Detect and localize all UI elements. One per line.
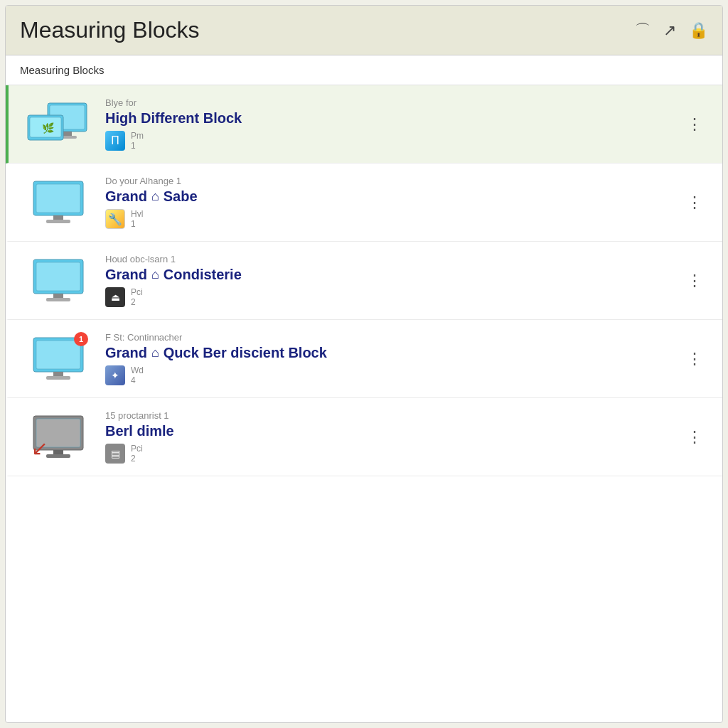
svg-rect-17 — [53, 372, 63, 376]
item-subtitle: Blye for — [105, 97, 681, 108]
svg-rect-16 — [36, 341, 80, 369]
item-subtitle: 15 proctanrist 1 — [105, 410, 681, 421]
more-options-button[interactable]: ⋮ — [681, 422, 708, 452]
maximize-icon[interactable]: ↗ — [663, 21, 676, 40]
item-content: Houd obc-lsarn 1 Grand ⌂ Condisterie ⏏ P… — [94, 254, 681, 308]
item-icon-area — [23, 174, 94, 231]
item-subtitle: F St: Continnacher — [105, 332, 681, 343]
list-item[interactable]: Houd obc-lsarn 1 Grand ⌂ Condisterie ⏏ P… — [6, 242, 722, 320]
item-icon-area — [23, 252, 94, 309]
sub-icon: ⏏ — [105, 287, 125, 307]
item-icon-area: ↙ — [23, 409, 94, 466]
item-content: Blye for High Different Block П Pm 1 — [94, 97, 681, 151]
svg-rect-8 — [36, 184, 80, 213]
svg-rect-14 — [46, 298, 70, 301]
home-icon: ⌂ — [151, 346, 159, 360]
svg-rect-18 — [46, 376, 70, 380]
item-icon-area: 1 — [23, 331, 94, 387]
app-window: Measuring Blocks ⌒ ↗ 🔒 Measuring Blocks — [5, 5, 723, 723]
title-bar: Measuring Blocks ⌒ ↗ 🔒 — [6, 6, 722, 55]
page-title: Measuring Blocks — [20, 17, 200, 43]
svg-rect-22 — [46, 454, 70, 458]
sub-label: Pci 2 — [131, 444, 143, 464]
item-title: Grand ⌂ Sabe — [105, 188, 681, 205]
svg-rect-13 — [53, 294, 63, 298]
item-content: 15 proctanrist 1 Berl dimle ▤ Pci 2 — [94, 410, 681, 464]
svg-text:🌿: 🌿 — [42, 122, 55, 134]
computer-svg — [26, 256, 90, 306]
sub-icon: ✦ — [105, 365, 125, 385]
computer-svg — [26, 178, 90, 228]
item-subtitle: Houd obc-lsarn 1 — [105, 254, 681, 264]
item-content: F St: Continnacher Grand ⌂ Quck Ber disc… — [94, 332, 681, 386]
more-options-button[interactable]: ⋮ — [681, 344, 708, 374]
item-title: Grand ⌂ Quck Ber discient Block — [105, 345, 681, 361]
item-title: Grand ⌂ Condisterie — [105, 267, 681, 283]
item-sub-row: ⏏ Pci 2 — [105, 287, 681, 308]
list-item[interactable]: 1 F St: Continnacher Grand ⌂ Quck Ber di… — [6, 320, 722, 398]
title-bar-icons: ⌒ ↗ 🔒 — [635, 20, 708, 41]
sub-icon: П — [105, 131, 125, 151]
section-header: Measuring Blocks — [6, 55, 722, 85]
sub-label: Pci 2 — [131, 287, 143, 308]
home-icon: ⌂ — [151, 267, 159, 282]
list-item[interactable]: 🌿 Blye for High Different Block П Pm 1 — [6, 85, 722, 164]
computer-svg: 🌿 — [26, 100, 90, 149]
item-title: High Different Block — [105, 110, 681, 127]
svg-rect-12 — [36, 262, 80, 291]
more-options-button[interactable]: ⋮ — [681, 266, 708, 296]
sub-label: Pm 1 — [131, 131, 144, 151]
item-sub-row: ▤ Pci 2 — [105, 444, 681, 464]
item-sub-row: ✦ Wd 4 — [105, 365, 681, 386]
minimize-icon[interactable]: ⌒ — [635, 20, 651, 41]
item-sub-row: 🔧 Hvl 1 — [105, 209, 681, 230]
sub-label: Hvl 1 — [131, 209, 143, 230]
svg-rect-21 — [53, 450, 63, 454]
sub-label: Wd 4 — [131, 365, 144, 386]
item-icon-area: 🌿 — [23, 96, 94, 153]
svg-rect-9 — [53, 215, 63, 220]
sub-icon: 🔧 — [105, 209, 125, 229]
svg-rect-10 — [46, 220, 70, 223]
item-subtitle: Do your Alhange 1 — [105, 176, 681, 186]
home-icon: ⌂ — [151, 189, 159, 204]
svg-rect-2 — [63, 132, 72, 136]
item-content: Do your Alhange 1 Grand ⌂ Sabe 🔧 Hvl 1 — [94, 176, 681, 230]
notification-badge: 1 — [74, 332, 88, 346]
list-item[interactable]: Do your Alhange 1 Grand ⌂ Sabe 🔧 Hvl 1 — [6, 164, 722, 242]
list-item[interactable]: ↙ 15 proctanrist 1 Berl dimle ▤ Pci 2 — [6, 398, 722, 476]
item-title: Berl dimle — [105, 423, 681, 439]
sub-icon: ▤ — [105, 444, 125, 464]
item-sub-row: П Pm 1 — [105, 131, 681, 151]
arrow-down-left-icon: ↙ — [31, 437, 48, 460]
more-options-button[interactable]: ⋮ — [681, 188, 708, 218]
lock-icon[interactable]: 🔒 — [689, 21, 708, 40]
block-list: 🌿 Blye for High Different Block П Pm 1 — [6, 85, 722, 722]
more-options-button[interactable]: ⋮ — [681, 109, 708, 139]
